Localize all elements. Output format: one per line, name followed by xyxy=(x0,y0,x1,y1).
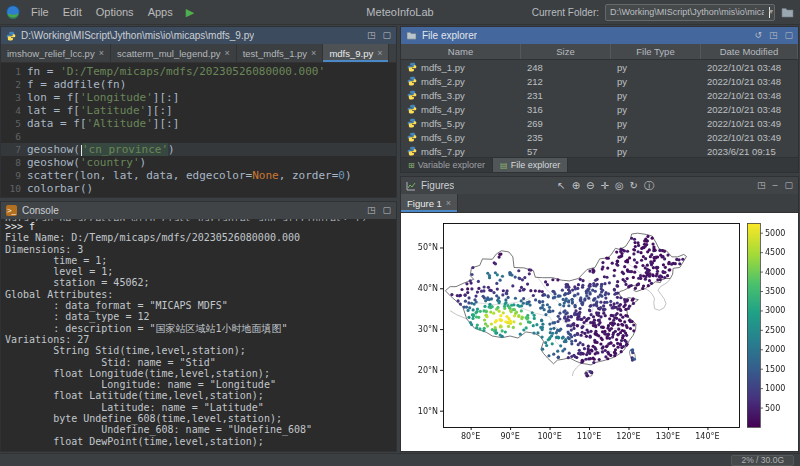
console-clipped-line: data can be accessed with class variable… xyxy=(5,219,392,221)
tab-label: imshow_relief_lcc.py xyxy=(7,48,95,59)
column-header-size[interactable]: Size xyxy=(521,44,611,59)
console-line: time = 1; xyxy=(5,255,392,266)
maximize-icon[interactable]: ▢ xyxy=(784,31,793,40)
file-explorer-titlebar: File explorer ↺◳▢ xyxy=(401,27,798,44)
column-header-name[interactable]: Name xyxy=(401,44,521,59)
code-line[interactable]: 2f = addfile(fn) xyxy=(1,78,396,91)
figure-canvas[interactable] xyxy=(401,213,798,451)
table-row[interactable]: mdfs_7.py57py2023/6/21 09:15 xyxy=(401,144,798,157)
line-number: 9 xyxy=(1,169,27,182)
column-header-date-modified[interactable]: Date Modified xyxy=(701,44,798,59)
menu-apps[interactable]: Apps xyxy=(141,3,180,21)
editor-tab-mdfs_9.py[interactable]: mdfs_9.py× xyxy=(323,44,389,62)
file-size-cell: 269 xyxy=(521,118,611,129)
float-icon[interactable]: ◳ xyxy=(769,31,778,40)
console-line: station = 45062; xyxy=(5,277,392,288)
console-line: Longitude: name = "Longitude" xyxy=(5,379,392,390)
zoom-out-icon[interactable]: ⊖ xyxy=(586,181,594,191)
console-line: level = 1; xyxy=(5,266,392,277)
close-icon[interactable]: × xyxy=(377,48,382,58)
tab-file-explorer[interactable]: ▤File explorer xyxy=(493,158,568,172)
editor-tab-scatterm_mul_legend.py[interactable]: scatterm_mul_legend.py× xyxy=(111,44,237,62)
app-logo-icon[interactable] xyxy=(6,5,20,19)
identify-icon[interactable]: ⓘ xyxy=(644,181,654,191)
table-row[interactable]: mdfs_3.py231py2022/10/21 03:48 xyxy=(401,88,798,102)
rotate-icon[interactable]: ↻ xyxy=(630,181,638,191)
tab-variable-explorer[interactable]: ⊞Variable explorer xyxy=(401,158,493,172)
line-number: 3 xyxy=(1,91,27,104)
line-number: 2 xyxy=(1,78,27,91)
minimize-icon[interactable]: – xyxy=(772,181,777,190)
console-line: Variations: 27 xyxy=(5,334,392,345)
console-line: float Latitude(time,level,station); xyxy=(5,390,392,401)
column-header-file-type[interactable]: File Type xyxy=(611,44,701,59)
console-line: float Longitude(time,level,station); xyxy=(5,368,392,379)
python-file-icon xyxy=(407,118,417,128)
run-icon[interactable]: ▶ xyxy=(186,6,194,19)
code-line[interactable]: 10colorbar() xyxy=(1,182,396,195)
full-extent-icon[interactable]: ◎ xyxy=(615,181,624,191)
memory-indicator[interactable]: 2% / 30.0G xyxy=(731,455,794,466)
close-icon[interactable]: × xyxy=(99,48,104,58)
figures-tabbar: Figure 1× xyxy=(401,194,798,213)
code-line[interactable]: 7geoshow('cn_province') xyxy=(1,143,396,156)
file-name-cell: mdfs_4.py xyxy=(401,104,521,115)
editor-tab-imshow_relief_lcc.py[interactable]: imshow_relief_lcc.py× xyxy=(1,44,111,62)
menu-edit[interactable]: Edit xyxy=(56,3,89,21)
float-icon[interactable]: ◳ xyxy=(757,181,766,190)
file-type-cell: py xyxy=(611,62,701,73)
file-date-cell: 2022/10/21 03:48 xyxy=(701,104,798,115)
file-size-cell: 235 xyxy=(521,132,611,143)
figure-tab-figure-1[interactable]: Figure 1× xyxy=(401,194,458,212)
table-row[interactable]: mdfs_5.py269py2022/10/21 03:49 xyxy=(401,116,798,130)
table-row[interactable]: mdfs_2.py212py2022/10/21 03:48 xyxy=(401,74,798,88)
console-panel: >_ Console ◳▢ data can be accessed with … xyxy=(0,201,397,452)
maximize-icon[interactable]: ▢ xyxy=(382,31,391,40)
line-number: 8 xyxy=(1,156,27,169)
code-line[interactable]: 6 xyxy=(1,130,396,143)
select-icon[interactable]: ↖ xyxy=(557,181,565,191)
file-name-cell: mdfs_7.py xyxy=(401,146,521,157)
file-size-cell: 248 xyxy=(521,62,611,73)
code-line[interactable]: 4lat = f['Latitude'][:] xyxy=(1,104,396,117)
float-icon[interactable]: ◳ xyxy=(367,31,376,40)
table-row[interactable]: mdfs_4.py316py2022/10/21 03:48 xyxy=(401,102,798,116)
file-explorer-panel-title: File explorer xyxy=(422,30,477,41)
python-file-icon xyxy=(407,104,417,114)
editor-tab-test_mdfs_1.py[interactable]: test_mdfs_1.py× xyxy=(237,44,324,62)
zoom-in-icon[interactable]: ⊕ xyxy=(572,181,580,191)
figures-titlebar: Figures ↖⊕⊖✛◎↻ⓘ ◳–▢ xyxy=(401,177,798,194)
code-line[interactable]: 5data = f['Altitude'][:] xyxy=(1,117,396,130)
close-icon[interactable]: × xyxy=(224,48,229,58)
file-date-cell: 2023/6/21 09:15 xyxy=(701,146,798,157)
maximize-icon[interactable]: ▢ xyxy=(784,181,793,190)
file-date-cell: 2022/10/21 03:49 xyxy=(701,132,798,143)
refresh-icon[interactable]: ↺ xyxy=(754,31,762,40)
code-editor[interactable]: 1fn = 'D:/Temp/micaps/mdfs/2023052608000… xyxy=(1,63,396,197)
file-date-cell: 2022/10/21 03:49 xyxy=(701,118,798,129)
file-name-cell: mdfs_1.py xyxy=(401,62,521,73)
file-name-cell: mdfs_3.py xyxy=(401,90,521,101)
close-icon[interactable]: × xyxy=(446,198,451,208)
editor-panel: D:\Working\MIScript\Jython\mis\io\micaps… xyxy=(0,26,397,198)
float-icon[interactable]: ◳ xyxy=(367,206,376,215)
console-output[interactable]: data can be accessed with class variable… xyxy=(1,219,396,451)
menu-file[interactable]: File xyxy=(24,3,56,21)
code-line[interactable]: 9scatter(lon, lat, data, edgecolor=None,… xyxy=(1,169,396,182)
figures-panel-title: Figures xyxy=(421,180,454,191)
maximize-icon[interactable]: ▢ xyxy=(382,206,391,215)
close-icon[interactable]: × xyxy=(311,48,316,58)
line-number: 6 xyxy=(1,130,27,143)
table-row[interactable]: mdfs_6.py235py2022/10/21 03:49 xyxy=(401,130,798,144)
current-folder-combobox[interactable]: D:\Working\MIScript\Jython\mis\io\micaps… xyxy=(605,4,775,21)
pan-icon[interactable]: ✛ xyxy=(600,181,608,191)
python-file-icon xyxy=(407,132,417,142)
menu-options[interactable]: Options xyxy=(89,3,141,21)
code-line[interactable]: 8geoshow('country') xyxy=(1,156,396,169)
choose-folder-icon[interactable] xyxy=(781,7,794,18)
python-file-icon xyxy=(407,62,417,72)
code-line[interactable]: 1fn = 'D:/Temp/micaps/mdfs/2023052608000… xyxy=(1,65,396,78)
code-line[interactable]: 3lon = f['Longitude'][:] xyxy=(1,91,396,104)
table-row[interactable]: mdfs_1.py248py2022/10/21 03:48 xyxy=(401,60,798,74)
editor-panel-title: D:\Working\MIScript\Jython\mis\io\micaps… xyxy=(21,30,254,41)
